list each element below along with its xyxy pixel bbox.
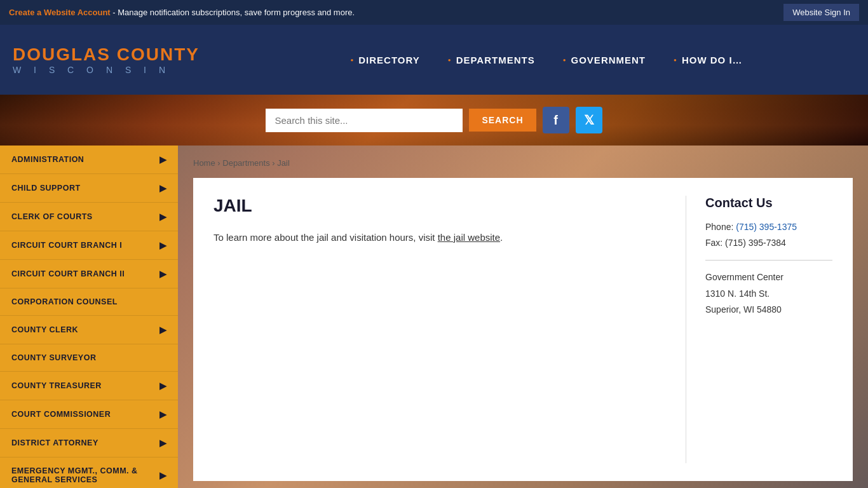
state-name: W I S C O N S I N xyxy=(13,65,200,75)
sidebar-item-emergency-mgmt[interactable]: EMERGENCY MGMT., COMM. & GENERAL SERVICE… xyxy=(0,458,178,488)
sidebar-item-clerk-of-courts[interactable]: CLERK OF COURTS ▶ xyxy=(0,203,178,231)
logo: DOUGLAS COUNTY W I S C O N S I N xyxy=(13,44,200,75)
sign-in-button[interactable]: Website Sign In xyxy=(783,4,859,21)
sidebar-item-circuit-court-branch-i[interactable]: CIRCUIT COURT BRANCH I ▶ xyxy=(0,231,178,260)
arrow-icon: ▶ xyxy=(159,470,166,480)
content-area: ADMINISTRATION ▶ CHILD SUPPORT ▶ CLERK O… xyxy=(0,146,868,488)
search-area: SEARCH f 𝕏 xyxy=(266,107,602,133)
sidebar-item-county-treasurer[interactable]: COUNTY TREASURER ▶ xyxy=(0,372,178,400)
contact-fax: Fax: (715) 395-7384 xyxy=(705,235,832,251)
nav-item-how-do-i[interactable]: HOW DO I… xyxy=(660,48,757,72)
nav-item-government[interactable]: GOVERNMENT xyxy=(549,48,660,72)
address-line1: Government Center xyxy=(705,272,783,282)
sidebar-item-child-support[interactable]: CHILD SUPPORT ▶ xyxy=(0,174,178,203)
top-bar-message: Create a Website Account - Manage notifi… xyxy=(9,8,355,17)
nav-link-departments: DEPARTMENTS xyxy=(448,55,535,65)
arrow-icon: ▶ xyxy=(159,325,166,335)
sidebar-item-county-surveyor[interactable]: COUNTY SURVEYOR xyxy=(0,344,178,372)
create-account-link[interactable]: Create a Website Account xyxy=(9,8,111,17)
contact-panel: Contact Us Phone: (715) 395-1375 Fax: (7… xyxy=(686,196,832,463)
page-title: JAIL xyxy=(214,196,667,216)
sidebar-item-county-clerk[interactable]: COUNTY CLERK ▶ xyxy=(0,316,178,344)
search-button[interactable]: SEARCH xyxy=(469,109,536,132)
arrow-icon: ▶ xyxy=(159,409,166,419)
page-body-end: . xyxy=(500,232,503,243)
nav-item-directory[interactable]: DIRECTORY xyxy=(336,48,433,72)
sidebar-item-administration[interactable]: ADMINISTRATION ▶ xyxy=(0,146,178,174)
main-nav: DIRECTORY DEPARTMENTS GOVERNMENT HOW DO … xyxy=(238,48,855,72)
arrow-icon: ▶ xyxy=(159,381,166,391)
top-bar: Create a Website Account - Manage notifi… xyxy=(0,0,868,25)
main-panel: Home › Departments › Jail JAIL To learn … xyxy=(178,146,868,488)
sidebar-item-court-commissioner[interactable]: COURT COMMISSIONER ▶ xyxy=(0,400,178,429)
contact-address: Government Center 1310 N. 14th St. Super… xyxy=(705,269,832,318)
content-box: JAIL To learn more about the jail and vi… xyxy=(193,178,853,481)
arrow-icon: ▶ xyxy=(159,438,166,448)
content-main: JAIL To learn more about the jail and vi… xyxy=(214,196,686,463)
page-body-text: To learn more about the jail and visitat… xyxy=(214,232,438,243)
arrow-icon: ▶ xyxy=(159,212,166,222)
sidebar-item-district-attorney[interactable]: DISTRICT ATTORNEY ▶ xyxy=(0,429,178,458)
arrow-icon: ▶ xyxy=(159,154,166,165)
breadcrumb: Home › Departments › Jail xyxy=(193,158,853,168)
hero-section: SEARCH f 𝕏 xyxy=(0,95,868,146)
facebook-icon[interactable]: f xyxy=(543,107,569,133)
contact-phone-label: Phone: xyxy=(705,222,736,232)
breadcrumb-current: Jail xyxy=(277,158,290,168)
arrow-icon: ▶ xyxy=(159,269,166,279)
jail-website-link[interactable]: the jail website xyxy=(438,232,500,243)
arrow-icon: ▶ xyxy=(159,240,166,250)
top-bar-desc: - Manage notification subscriptions, sav… xyxy=(111,8,355,17)
search-input[interactable] xyxy=(266,109,463,132)
breadcrumb-home[interactable]: Home xyxy=(193,158,215,168)
sidebar-item-circuit-court-branch-ii[interactable]: CIRCUIT COURT BRANCH II ▶ xyxy=(0,260,178,288)
sidebar: ADMINISTRATION ▶ CHILD SUPPORT ▶ CLERK O… xyxy=(0,146,178,488)
nav-link-how-do-i: HOW DO I… xyxy=(674,55,743,65)
page-body: To learn more about the jail and visitat… xyxy=(214,230,667,245)
nav-link-government: GOVERNMENT xyxy=(563,55,646,65)
address-line2: 1310 N. 14th St. xyxy=(705,288,770,299)
county-name: DOUGLAS COUNTY xyxy=(13,44,200,65)
nav-item-departments[interactable]: DEPARTMENTS xyxy=(434,48,549,72)
sidebar-item-corporation-counsel[interactable]: CORPORATION COUNSEL xyxy=(0,288,178,316)
contact-phone: Phone: (715) 395-1375 xyxy=(705,219,832,235)
nav-link-directory: DIRECTORY xyxy=(350,55,419,65)
contact-divider xyxy=(705,260,832,261)
contact-heading: Contact Us xyxy=(705,196,832,210)
twitter-icon[interactable]: 𝕏 xyxy=(576,107,602,133)
address-line3: Superior, WI 54880 xyxy=(705,304,782,315)
contact-phone-link[interactable]: (715) 395-1375 xyxy=(736,222,797,232)
header: DOUGLAS COUNTY W I S C O N S I N DIRECTO… xyxy=(0,25,868,95)
arrow-icon: ▶ xyxy=(159,183,166,193)
breadcrumb-departments[interactable]: Departments xyxy=(222,158,269,168)
